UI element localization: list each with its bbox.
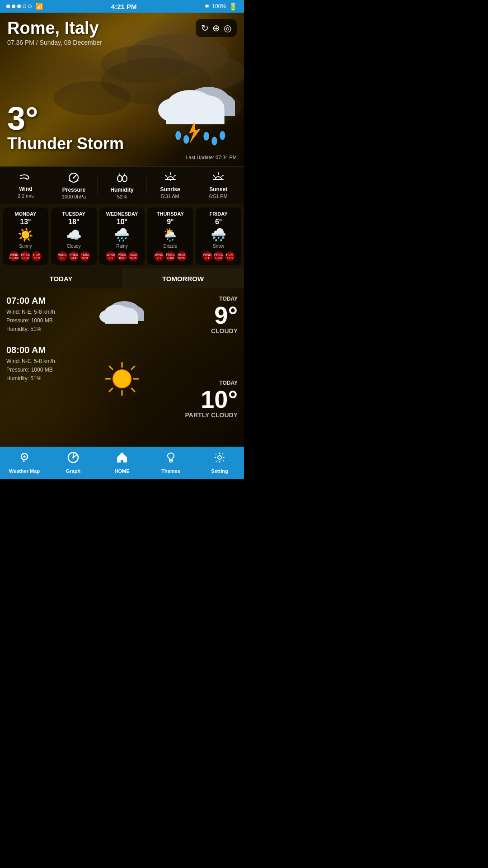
nav-themes[interactable]: Themes [146, 451, 195, 474]
location-info: Rome, Italy 07.36 PM / Sunday, 09 Decemb… [7, 19, 102, 46]
hourly-pressure-7am: Pressure: 1000 MB [6, 316, 128, 325]
fc-icon-fri: 🌨️ [211, 227, 226, 242]
stat-pressure: Pressure 1000.0hPa [50, 171, 98, 199]
pressure-icon [67, 171, 80, 186]
forecast-friday[interactable]: FRIDAY 6° 🌨️ Snow WIND2.1 PRES1000 HUM52… [196, 208, 241, 265]
svg-point-15 [183, 135, 189, 144]
fc-icon-mon: ☀️ [18, 227, 33, 242]
forecast-wednesday[interactable]: WEDNESDAY 10° 🌧️ Rainy WIND2.1 PRES1000 … [99, 208, 145, 265]
forecast-row: MONDAY 13° ☀️ Sunny WIND2.1M/S PRES1000 … [0, 204, 244, 269]
sunset-value: 6:51 PM [209, 193, 228, 199]
fc-humidity-tue: HUM52% [80, 251, 90, 261]
right-panel: TODAY 9° CLOUDY TODAY 10° PARTLY CLOUDY [134, 288, 244, 447]
svg-line-29 [213, 175, 215, 176]
fc-icon-tue: ☁️ [66, 227, 82, 242]
refresh-button[interactable]: ↻ [201, 23, 209, 33]
stats-bar: Wind 2.1 m/s Pressure 1000.0hPa [0, 166, 244, 204]
hourly-wind-8am: Wind: N-E, 5-8 km/h [6, 357, 128, 366]
hero-section: Rome, Italy 07.36 PM / Sunday, 09 Decemb… [0, 13, 244, 166]
svg-marker-13 [189, 122, 200, 142]
current-condition: Thunder Storm [7, 135, 124, 153]
humidity-label: Humidity [110, 187, 133, 193]
search-button[interactable]: ⊕ [212, 23, 220, 33]
fc-wind-tue: WIND2.1 [57, 251, 67, 261]
nav-home[interactable]: HOME [98, 451, 146, 474]
fc-humidity-fri: HUM52% [225, 251, 235, 261]
action-buttons: ↻ ⊕ ◎ [196, 19, 237, 37]
wind-label: Wind [19, 186, 32, 192]
fc-cond-wed: Rainy [116, 244, 128, 249]
fc-pressure-wed: PRES1000 [117, 251, 127, 261]
themes-icon [164, 451, 177, 467]
hourly-time-8am: 08:00 AM [6, 345, 128, 355]
svg-point-21 [117, 175, 122, 182]
humidity-icon [116, 171, 128, 186]
fc-temp-mon: 13° [20, 218, 31, 226]
wind-icon [19, 172, 32, 185]
fc-pressure-fri: PRES1000 [214, 251, 224, 261]
tab-today[interactable]: TODAY [0, 269, 122, 288]
status-right: ✱ 100% 🔋 [205, 2, 238, 11]
svg-point-49 [23, 456, 26, 458]
today-tomorrow-tabs: TODAY TOMORROW [0, 269, 244, 288]
svg-point-53 [72, 457, 74, 458]
weather-main: 3° Thunder Storm [7, 102, 124, 153]
forecast-tuesday[interactable]: TUESDAY 18° ☁️ Cloudy WIND2.1 PRES1000 H… [51, 208, 97, 265]
fc-day-wed: WEDNESDAY [106, 211, 138, 217]
right-temp-2: 10° [185, 387, 238, 411]
target-button[interactable]: ◎ [224, 23, 231, 33]
stat-wind: Wind 2.1 m/s [2, 172, 50, 198]
svg-point-16 [203, 132, 209, 141]
sunset-icon [211, 172, 225, 185]
fc-cond-fri: Snow [213, 244, 224, 249]
forecast-thursday[interactable]: THURSDAY 9° 🌦️ Drizzle WIND2.1 PRES1000 … [147, 208, 193, 265]
nav-weather-map[interactable]: Weather Map [0, 451, 49, 474]
right-label-1: TODAY [211, 296, 238, 302]
fc-humidity-wed: HUM52% [128, 251, 138, 261]
nav-label-weather-map: Weather Map [9, 468, 40, 474]
fc-wind-fri: WIND2.1 [202, 251, 212, 261]
right-temp-1: 9° [211, 303, 238, 327]
fc-wind-thu: WIND2.1 [154, 251, 164, 261]
right-cond-1: CLOUDY [211, 327, 238, 335]
stat-sunrise: Sunrise 5:31 AM [146, 172, 194, 199]
svg-rect-12 [166, 110, 225, 124]
status-time: 4:21 PM [111, 3, 137, 10]
graph-icon [67, 451, 80, 467]
sunrise-value: 5:31 AM [161, 193, 179, 199]
sunset-label: Sunset [209, 186, 227, 193]
fc-wind-mon: WIND2.1M/S [9, 251, 19, 261]
date-time: 07.36 PM / Sunday, 09 December [7, 39, 102, 46]
fc-stats-tue: WIND2.1 PRES1000 HUM52% [57, 251, 90, 261]
svg-point-20 [73, 177, 75, 179]
setting-icon [213, 451, 226, 467]
humidity-value: 52% [117, 194, 127, 199]
pressure-label: Pressure [62, 187, 85, 193]
tab-tomorrow[interactable]: TOMORROW [122, 269, 244, 288]
wind-value: 2.1 m/s [18, 193, 34, 198]
stat-humidity: Humidity 52% [98, 171, 146, 199]
svg-line-24 [165, 175, 167, 176]
nav-label-themes: Themes [161, 468, 180, 474]
signal-dot-4 [23, 5, 26, 8]
fc-humidity-thu: HUM52% [177, 251, 187, 261]
current-temperature: 3° [7, 102, 124, 135]
fc-cond-tue: Cloudy [67, 244, 81, 249]
signal-indicators: 📶 [6, 3, 43, 10]
forecast-monday[interactable]: MONDAY 13° ☀️ Sunny WIND2.1M/S PRES1000 … [3, 208, 48, 265]
fc-stats-wed: WIND2.1 PRES1000 HUM52% [106, 251, 138, 261]
top-bar: Rome, Italy 07.36 PM / Sunday, 09 Decemb… [0, 13, 244, 46]
nav-graph[interactable]: Graph [49, 451, 98, 474]
nav-setting[interactable]: Setting [195, 451, 244, 474]
signal-dot-1 [6, 5, 10, 8]
pressure-value: 1000.0hPa [62, 194, 86, 199]
battery-percent: 100% [212, 3, 226, 9]
thunderstorm-icon [154, 76, 235, 148]
hourly-item-8am: 08:00 AM Wind: N-E, 5-8 km/h Pressure: 1… [6, 345, 128, 383]
home-icon [116, 451, 128, 467]
sunrise-icon [164, 172, 177, 185]
weather-icon-container [154, 76, 235, 148]
fc-icon-wed: 🌧️ [114, 227, 130, 242]
fc-temp-thu: 9° [167, 218, 174, 226]
right-label-2: TODAY [185, 380, 238, 386]
